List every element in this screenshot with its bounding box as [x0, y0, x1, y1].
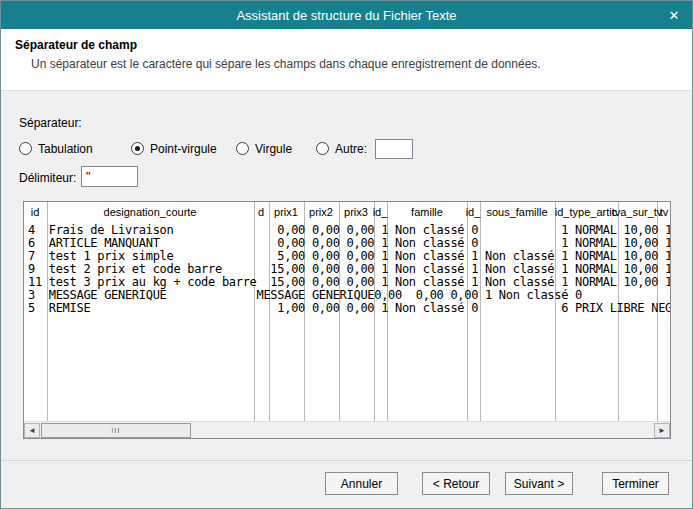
footer-divider: [1, 460, 692, 461]
scroll-left-arrow-icon[interactable]: ◄: [24, 423, 40, 438]
radio-group: TabulationPoint-virguleVirguleAutre:: [19, 142, 367, 156]
dialog-window: Assistant de structure du Fichier Texte …: [0, 0, 693, 509]
radio-circle-icon[interactable]: [316, 142, 329, 155]
column-header: prix3: [344, 206, 368, 218]
column-header: d: [258, 206, 264, 218]
column-header: id_: [373, 206, 388, 218]
column-header: id_type_artic: [555, 206, 617, 218]
scroll-right-arrow-icon[interactable]: ►: [654, 423, 670, 438]
title-bar: Assistant de structure du Fichier Texte …: [1, 1, 692, 29]
column-header: tv: [660, 206, 669, 218]
radio-label: Autre:: [335, 142, 367, 156]
column-header: tva_sur_tv: [612, 206, 663, 218]
preview-table: ◄ III ► iddesignation_courtedprix1prix2p…: [23, 201, 671, 439]
column-header: famille: [411, 206, 443, 218]
radio-virgule[interactable]: Virgule: [236, 142, 316, 156]
column-header: id_: [466, 206, 481, 218]
next-button[interactable]: Suivant >: [505, 472, 573, 495]
delimiter-label: Délimiteur:: [19, 171, 76, 185]
step-description: Un séparateur est le caractère qui sépar…: [31, 57, 541, 71]
horizontal-scrollbar[interactable]: ◄ III ►: [24, 421, 670, 438]
column-header: id: [31, 206, 40, 218]
scrollbar-thumb[interactable]: III: [41, 423, 191, 438]
column-header: designation_courte: [104, 206, 197, 218]
radio-circle-icon[interactable]: [19, 142, 32, 155]
separator-options-row: TabulationPoint-virguleVirguleAutre:: [19, 140, 413, 157]
radio-autre[interactable]: Autre:: [316, 142, 367, 156]
column-header: prix1: [274, 206, 298, 218]
radio-label: Point-virgule: [150, 142, 217, 156]
close-button[interactable]: ✕: [660, 1, 688, 29]
radio-label: Virgule: [255, 142, 292, 156]
radio-tabulation[interactable]: Tabulation: [19, 142, 131, 156]
preview-row: 5 REMISE 1,00 0,00 0,00 1 Non classé 0 6…: [28, 302, 671, 315]
step-title: Séparateur de champ: [15, 38, 137, 52]
column-header: prix2: [309, 206, 333, 218]
column-header: sous_famille: [486, 206, 547, 218]
other-separator-input[interactable]: [375, 139, 413, 159]
radio-point-virgule[interactable]: Point-virgule: [131, 142, 236, 156]
separator-label: Séparateur:: [19, 116, 82, 130]
radio-label: Tabulation: [38, 142, 93, 156]
radio-circle-icon[interactable]: [236, 142, 249, 155]
delimiter-input[interactable]: [81, 166, 138, 187]
cancel-button[interactable]: Annuler: [325, 472, 398, 495]
back-button[interactable]: < Retour: [422, 472, 490, 495]
finish-button[interactable]: Terminer: [602, 472, 669, 495]
window-title: Assistant de structure du Fichier Texte: [236, 8, 456, 23]
wizard-header: Séparateur de champ Un séparateur est le…: [1, 29, 692, 91]
radio-circle-icon[interactable]: [131, 142, 144, 155]
